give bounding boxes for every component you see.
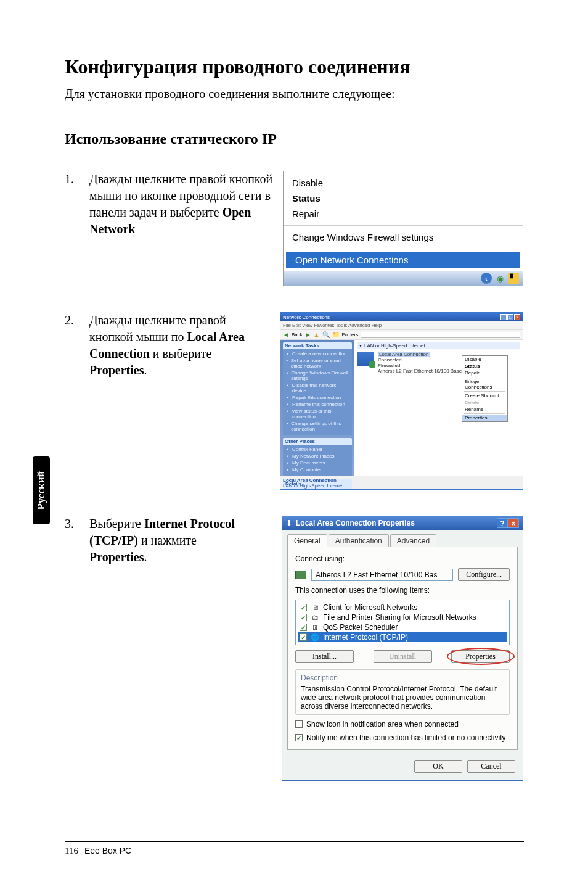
description-box: Description Transmission Control Protoco… bbox=[295, 669, 510, 715]
ctx-repair[interactable]: Repair bbox=[284, 206, 523, 221]
lac-ctx-properties[interactable]: Properties bbox=[462, 415, 507, 421]
checkbox-checked-icon[interactable]: ✓ bbox=[300, 604, 307, 611]
items-list[interactable]: ✓ 🖥 Client for Microsoft Networks ✓ 🗂 Fi… bbox=[295, 600, 510, 645]
minimize-button[interactable]: _ bbox=[500, 314, 507, 320]
folders-icon[interactable]: 📁 bbox=[332, 331, 340, 338]
lac-ctx-delete[interactable]: Delete bbox=[462, 399, 507, 406]
place-link[interactable]: ▪My Network Places bbox=[285, 453, 349, 459]
window-titlebar: Network Connections _□× bbox=[280, 313, 523, 321]
cancel-button[interactable]: Cancel bbox=[467, 760, 515, 773]
step-3: 3. Выберите Internet Protocol (TCP/IP) и… bbox=[65, 516, 523, 781]
ctx-open-network-connections[interactable]: Open Network Connections bbox=[286, 252, 520, 268]
place-link[interactable]: ▪My Documents bbox=[285, 460, 349, 466]
adapter-name: Atheros L2 Fast Ethernet 10/100 Bas bbox=[311, 569, 453, 581]
lac-adapter: Atheros L2 Fast Ethernet 10/100 Base bbox=[378, 368, 462, 374]
ctx-disable[interactable]: Disable bbox=[284, 175, 523, 191]
folders-label[interactable]: Folders bbox=[342, 332, 359, 337]
properties-button[interactable]: Properties bbox=[451, 650, 510, 663]
help-button[interactable]: ? bbox=[497, 518, 508, 528]
lac-ctx-disable[interactable]: Disable bbox=[462, 356, 507, 363]
network-connections-window: Network Connections _□× File Edit View F… bbox=[280, 312, 523, 490]
tab-advanced[interactable]: Advanced bbox=[390, 534, 436, 547]
close-button[interactable]: × bbox=[508, 518, 519, 528]
step-3-text: Выберите Internet Protocol (TCP/IP) и на… bbox=[89, 516, 282, 566]
task-link[interactable]: ▪View status of this connection bbox=[285, 408, 349, 419]
protocol-icon: 🌐 bbox=[311, 633, 319, 642]
lac-ctx-repair[interactable]: Repair bbox=[462, 369, 507, 376]
dialog-icon: ⬇ bbox=[286, 519, 292, 527]
close-button[interactable]: × bbox=[514, 314, 520, 320]
maximize-button[interactable]: □ bbox=[507, 314, 513, 320]
item-qos[interactable]: ✓ 🗓 QoS Packet Scheduler bbox=[298, 622, 507, 632]
dialog-title: Local Area Connection Properties bbox=[296, 519, 415, 527]
ctx-change-firewall[interactable]: Change Windows Firewall settings bbox=[284, 229, 523, 245]
lac-firewalled: Firewalled bbox=[378, 363, 462, 368]
network-adapter-icon bbox=[357, 352, 374, 366]
notify-row[interactable]: ✓ Notify me when this connection has lim… bbox=[295, 733, 510, 742]
status-line1: Local Area Connection bbox=[283, 477, 520, 483]
place-link[interactable]: ▪Control Panel bbox=[285, 447, 349, 452]
search-icon[interactable]: 🔍 bbox=[322, 331, 330, 338]
back-label[interactable]: Back bbox=[292, 332, 303, 337]
dialog-titlebar: ⬇ Local Area Connection Properties ?× bbox=[282, 516, 523, 530]
forward-icon[interactable]: ► bbox=[305, 331, 311, 338]
qos-icon: 🗓 bbox=[311, 623, 319, 632]
configure-button[interactable]: Configure... bbox=[458, 568, 510, 581]
install-button[interactable]: Install... bbox=[295, 650, 354, 663]
tray-shield-icon[interactable]: ◉ bbox=[494, 273, 505, 284]
ok-button[interactable]: OK bbox=[414, 760, 462, 773]
lac-properties-dialog: ⬇ Local Area Connection Properties ?× Ge… bbox=[282, 516, 523, 781]
task-link[interactable]: ▪Change settings of this connection bbox=[285, 421, 349, 432]
show-icon-row[interactable]: Show icon in notification area when conn… bbox=[295, 720, 510, 728]
step-3-number: 3. bbox=[65, 516, 89, 566]
context-menu-screenshot: Disable Status Repair Change Windows Fir… bbox=[283, 171, 523, 286]
task-link[interactable]: ▪Set up a home or small office network bbox=[285, 358, 349, 369]
general-panel: Connect using: Atheros L2 Fast Ethernet … bbox=[287, 547, 518, 750]
lac-ctx-status[interactable]: Status bbox=[462, 363, 507, 369]
task-link[interactable]: ▪Disable this network device bbox=[285, 382, 349, 394]
sub-heading: Использование статического IP bbox=[65, 131, 523, 147]
place-link[interactable]: ▪My Computer bbox=[285, 467, 349, 472]
task-link[interactable]: ▪Change Windows Firewall settings bbox=[285, 370, 349, 381]
checkbox-unchecked-icon[interactable] bbox=[295, 720, 303, 728]
intro-text: Для установки проводного соединения выпо… bbox=[65, 87, 523, 101]
language-side-tab: Русский bbox=[33, 456, 50, 524]
ctx-status[interactable]: Status bbox=[284, 191, 523, 206]
step-2: 2. Дважды щелкните правой кнопкой мыши п… bbox=[65, 312, 523, 490]
connect-using-label: Connect using: bbox=[295, 555, 510, 563]
lac-ctx-rename[interactable]: Rename bbox=[462, 406, 507, 413]
uninstall-button[interactable]: Uninstall bbox=[374, 650, 432, 663]
share-icon: 🗂 bbox=[311, 613, 319, 622]
checkbox-checked-icon[interactable]: ✓ bbox=[300, 633, 307, 641]
lac-name: Local Area Connection bbox=[378, 352, 430, 357]
adapter-icon bbox=[295, 571, 306, 579]
item-tcpip[interactable]: ✓ 🌐 Internet Protocol (TCP/IP) bbox=[298, 632, 507, 642]
step-2-number: 2. bbox=[65, 312, 89, 379]
lac-ctx-shortcut[interactable]: Create Shortcut bbox=[462, 392, 507, 399]
menubar[interactable]: File Edit View Favorites Tools Advanced … bbox=[280, 321, 523, 330]
tray-chevron-icon[interactable]: ‹ bbox=[481, 273, 492, 284]
description-header: Description bbox=[301, 674, 504, 682]
item-client[interactable]: ✓ 🖥 Client for Microsoft Networks bbox=[298, 603, 507, 613]
checkbox-checked-icon[interactable]: ✓ bbox=[300, 624, 307, 631]
lac-ctx-bridge[interactable]: Bridge Connections bbox=[462, 378, 507, 390]
tab-authentication[interactable]: Authentication bbox=[329, 534, 389, 547]
back-icon[interactable]: ◄ bbox=[283, 331, 289, 338]
checkbox-checked-icon[interactable]: ✓ bbox=[295, 734, 303, 741]
checkbox-checked-icon[interactable]: ✓ bbox=[300, 614, 307, 621]
separator bbox=[284, 249, 523, 249]
task-link[interactable]: ▪Repair this connection bbox=[285, 395, 349, 400]
address-bar[interactable] bbox=[361, 332, 520, 338]
task-link[interactable]: ▪Rename this connection bbox=[285, 402, 349, 407]
sidebar: Network Tasks ▪Create a new connection ▪… bbox=[280, 340, 354, 476]
window-title: Network Connections bbox=[283, 315, 330, 320]
tab-general[interactable]: General bbox=[287, 534, 327, 547]
system-tray: ‹ ◉ ▘ bbox=[284, 271, 523, 286]
client-icon: 🖥 bbox=[311, 603, 319, 612]
description-text: Transmission Control Protocol/Internet P… bbox=[301, 685, 504, 711]
item-file-print-sharing[interactable]: ✓ 🗂 File and Printer Sharing for Microso… bbox=[298, 613, 507, 622]
expand-icon[interactable]: ▾ bbox=[359, 343, 362, 349]
up-icon[interactable]: ▲ bbox=[314, 331, 320, 338]
task-link[interactable]: ▪Create a new connection bbox=[285, 351, 349, 357]
tray-network-icon[interactable]: ▘ bbox=[508, 273, 519, 284]
